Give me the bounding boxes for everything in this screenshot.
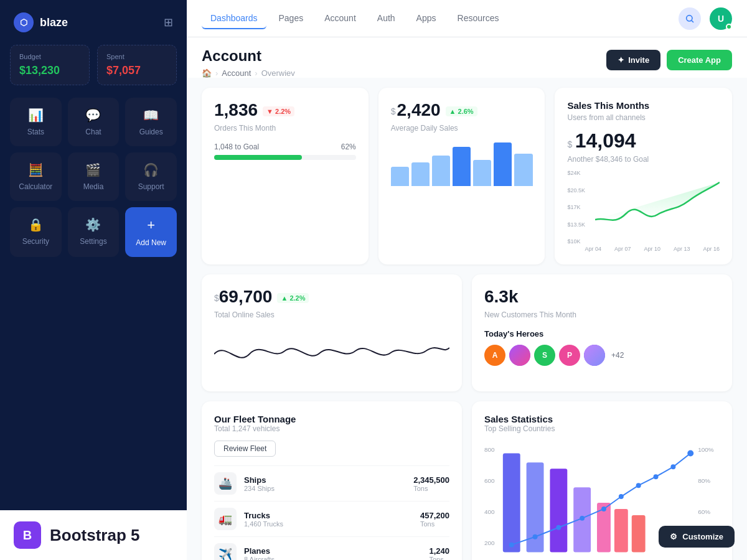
bar-4	[453, 147, 471, 186]
bar-1	[391, 167, 409, 187]
stats-icon: 📊	[28, 108, 44, 123]
planes-sub: 8 Aircrafts	[244, 556, 275, 561]
guides-label: Guides	[139, 128, 163, 136]
sales-stats-sub: Top Selling Countries	[484, 424, 720, 433]
orders-card: 1,836 ▼ 2.2% Orders This Month 1,048 to …	[202, 88, 369, 264]
bar-6	[494, 142, 512, 186]
svg-point-22	[636, 483, 641, 488]
stats-label: Stats	[27, 128, 44, 136]
svg-point-21	[619, 494, 624, 499]
fleet-card: Our Fleet Tonnage Total 1,247 vehicles R…	[202, 401, 462, 560]
support-icon: 🎧	[143, 162, 159, 177]
create-app-button[interactable]: Create App	[667, 50, 732, 70]
action-buttons: ✦ Invite Create App	[606, 47, 732, 70]
svg-text:60%: 60%	[698, 508, 710, 515]
add-icon: +	[147, 217, 155, 233]
wave-chart	[214, 329, 449, 379]
daily-sales-card: $ 2,420 ▲ 2.6% Average Daily Sales	[378, 88, 545, 264]
sidebar-item-security[interactable]: 🔒 Security	[10, 207, 62, 257]
spent-card: Spent $7,057	[97, 45, 177, 85]
trucks-value: 457,200	[420, 511, 449, 520]
user-avatar[interactable]: U	[710, 7, 732, 30]
heroes-count: +42	[611, 351, 624, 360]
progress-bar-fill	[214, 155, 302, 160]
sidebar-item-add-new[interactable]: + Add New	[125, 207, 177, 257]
sales-month-title: Sales This Months	[567, 100, 720, 111]
progress-goal-text: 1,048 to Goal	[214, 142, 259, 151]
support-label: Support	[138, 182, 164, 191]
fleet-row-trucks: 🚛 Trucks 1,460 Trucks 457,200 Tons	[214, 501, 449, 536]
add-new-label: Add New	[136, 238, 166, 247]
bar-7	[514, 154, 532, 187]
sales-month-goal: Another $48,346 to Goal	[567, 155, 720, 164]
sales-month-value: 14,094	[575, 129, 636, 152]
bar-5	[473, 160, 491, 186]
budget-cards: Budget $13,230 Spent $7,057	[0, 45, 187, 98]
svg-point-19	[580, 516, 585, 521]
fleet-row-ships: 🚢 Ships 234 Ships 2,345,500 Tons	[214, 465, 449, 501]
progress-bar-bg	[214, 155, 356, 160]
review-fleet-button[interactable]: Review Fleet	[214, 441, 276, 457]
sales-month-card: Sales This Months Users from all channel…	[555, 88, 732, 264]
planes-icon: ✈️	[214, 543, 237, 560]
planes-value: 1,240	[429, 546, 449, 556]
hero-avatar-2	[509, 345, 530, 366]
budget-value: $13,230	[19, 64, 80, 77]
heroes-section: Today's Heroes A S P +42	[484, 329, 720, 366]
sidebar-item-settings[interactable]: ⚙️ Settings	[68, 207, 120, 257]
sidebar-item-media[interactable]: 🎬 Media	[68, 152, 120, 201]
tab-pages[interactable]: Pages	[270, 8, 312, 29]
planes-name: Planes	[244, 546, 275, 556]
sidebar-item-chat[interactable]: 💬 Chat	[68, 98, 120, 146]
hero-avatar-1: A	[484, 345, 505, 366]
menu-icon[interactable]: ⊞	[164, 16, 173, 29]
svg-point-24	[670, 464, 675, 469]
svg-point-0	[687, 15, 692, 21]
trucks-sub: 1,460 Trucks	[244, 520, 283, 528]
search-button[interactable]	[679, 7, 701, 30]
svg-rect-14	[614, 509, 628, 553]
bootstrap-icon: B	[14, 521, 41, 549]
daily-sales-label: Average Daily Sales	[391, 124, 533, 133]
bar-2	[411, 162, 430, 187]
media-icon: 🎬	[85, 162, 101, 177]
sidebar-item-calculator[interactable]: 🧮 Calculator	[10, 152, 62, 201]
tab-auth[interactable]: Auth	[369, 8, 404, 29]
tab-resources[interactable]: Resources	[449, 8, 508, 29]
media-label: Media	[83, 182, 104, 191]
svg-text:800: 800	[484, 446, 495, 453]
tab-dashboards[interactable]: Dashboards	[202, 8, 266, 29]
trucks-unit: Tons	[420, 520, 449, 528]
logo-area: ⬡ blaze	[14, 12, 68, 32]
sales-line-chart	[595, 170, 720, 245]
svg-text:80%: 80%	[698, 477, 710, 484]
invite-button[interactable]: ✦ Invite	[606, 50, 660, 70]
orders-badge: ▼ 2.2%	[263, 106, 294, 116]
daily-sales-badge: ▲ 2.6%	[446, 106, 477, 116]
page-title: Account	[202, 47, 295, 65]
breadcrumb-home: 🏠	[202, 68, 212, 78]
sidebar-item-support[interactable]: 🎧 Support	[125, 152, 177, 201]
online-sales-badge: ▲ 2.2%	[277, 293, 309, 303]
spent-value: $7,057	[106, 64, 167, 77]
trucks-icon: 🚛	[214, 508, 237, 530]
calculator-label: Calculator	[19, 182, 52, 191]
sidebar-item-stats[interactable]: 📊 Stats	[10, 98, 62, 146]
ships-name: Ships	[244, 475, 275, 485]
security-icon: 🔒	[28, 217, 44, 232]
hero-avatar-5	[584, 345, 605, 366]
sidebar: ⬡ blaze ⊞ Budget $13,230 Spent $7,057 📊 …	[0, 0, 187, 560]
ships-icon: 🚢	[214, 472, 237, 495]
top-nav: Dashboards Pages Account Auth Apps Resou…	[187, 0, 747, 37]
heroes-avatars: A S P +42	[484, 345, 720, 366]
customize-icon: ⚙	[670, 532, 677, 541]
online-sales-card: $ 69,700 ▲ 2.2% Total Online Sales	[202, 274, 462, 391]
breadcrumb: 🏠 › Account › Overwiev	[202, 68, 295, 78]
fleet-row-planes: ✈️ Planes 8 Aircrafts 1,240 Tons	[214, 536, 449, 560]
sidebar-item-guides[interactable]: 📖 Guides	[125, 98, 177, 146]
customize-button[interactable]: ⚙ Customize	[659, 526, 735, 548]
breadcrumb-account[interactable]: Account	[222, 68, 251, 78]
tab-account[interactable]: Account	[316, 8, 365, 29]
settings-icon: ⚙️	[85, 217, 101, 232]
tab-apps[interactable]: Apps	[408, 8, 445, 29]
